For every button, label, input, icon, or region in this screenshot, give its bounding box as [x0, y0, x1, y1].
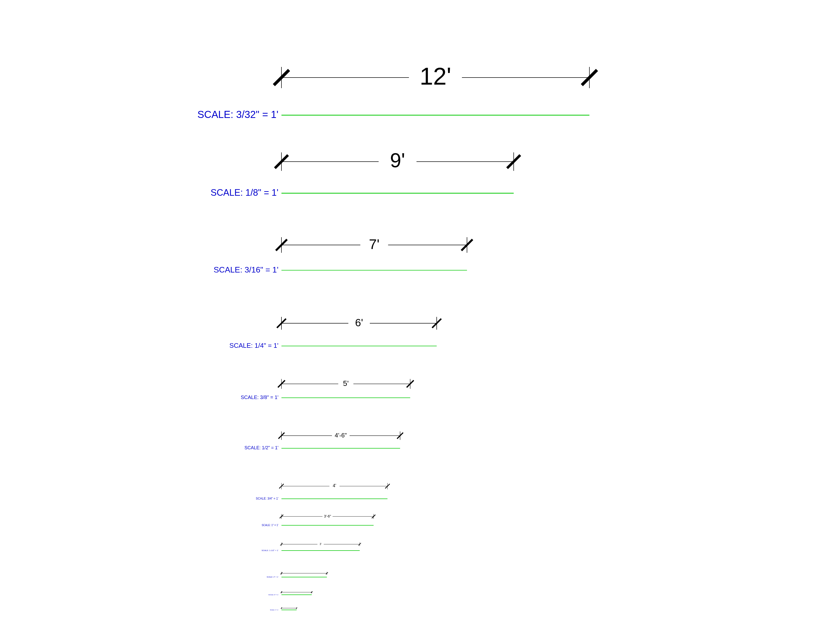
scale-label: SCALE: 1" = 1': [270, 609, 278, 611]
diagram-stage: 12'SCALE: 3/32" = 1'9'SCALE: 1/8" = 1'7'…: [0, 0, 833, 644]
dimension-row-11: [0, 0, 833, 644]
